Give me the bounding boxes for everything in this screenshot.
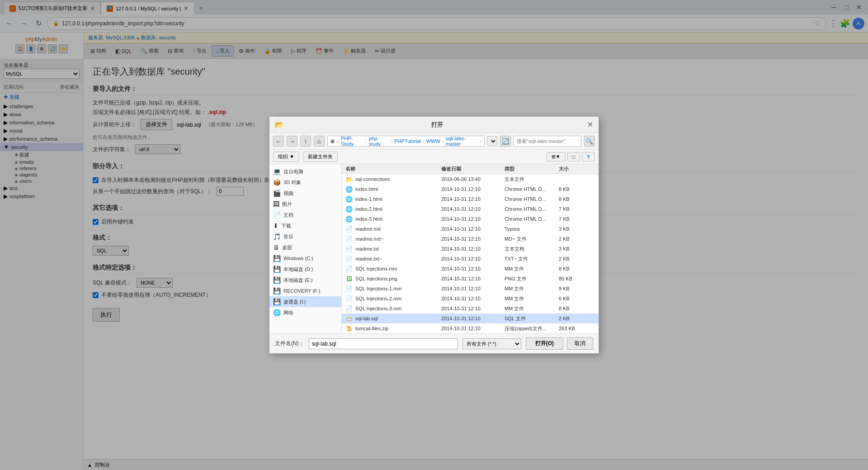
file-list-item[interactable]: 📄 SQL Injections-1.mm 2014-10-31 12:10 M… <box>342 284 599 294</box>
cancel-button[interactable]: 取消 <box>567 337 593 350</box>
path-sep5: › <box>480 138 481 144</box>
left-item-images[interactable]: 🖼 图片 <box>269 199 341 209</box>
col-name[interactable]: 名称 <box>345 166 441 172</box>
file-date: 2014-10-31 12:10 <box>441 306 505 311</box>
file-left-panel: 💻 这台电脑 📦 3D 对象 🎬 视频 🖼 图片 📄 文档 <box>269 164 342 333</box>
path-sep3: › <box>423 138 425 144</box>
file-type: MM 文件 <box>505 295 559 302</box>
path-sqli-labs[interactable]: sqli-labs-master <box>446 136 478 147</box>
img-icon: 🖼 <box>346 275 352 282</box>
file-list-item[interactable]: 📄 readme.txt~ 2014-10-31 12:10 TXT~ 文件 2… <box>342 254 599 264</box>
file-date: 2014-10-31 12:10 <box>441 266 505 271</box>
path-dropdown[interactable] <box>487 136 497 146</box>
path-phptutorial[interactable]: PHPTutorial <box>394 138 421 144</box>
col-date[interactable]: 修改日期 <box>441 166 505 172</box>
left-label-docs: 文档 <box>283 212 293 218</box>
file-size: 7 KB <box>559 216 595 222</box>
left-label-c-drive: Windows (C:) <box>283 256 313 261</box>
file-icon: 🌐 <box>345 185 353 193</box>
images-icon: 🖼 <box>273 200 279 208</box>
nav-up-button[interactable]: ↑ <box>300 136 311 147</box>
path-php-study2[interactable]: php-study <box>369 136 389 147</box>
left-item-video[interactable]: 🎬 视频 <box>269 188 341 199</box>
left-label-e-drive: 本地磁盘 (E:) <box>283 277 313 284</box>
path-www[interactable]: WWW <box>426 138 440 144</box>
file-name: SQL Injections.png <box>355 276 397 281</box>
file-list-item[interactable]: 🖼 SQL Injections.png 2014-10-31 12:10 PN… <box>342 274 599 284</box>
file-list-item[interactable]: 🌐 index-1.html 2014-10-31 12:10 Chrome H… <box>342 194 599 204</box>
file-type: Chrome HTML D... <box>505 216 559 222</box>
nav-recent-button[interactable]: ⌂ <box>314 136 325 147</box>
file-list-item[interactable]: 🗃 sql-lab.sql 2014-10-31 12:10 SQL 文件 2 … <box>342 313 599 323</box>
file-date: 2014-10-31 12:10 <box>441 206 505 212</box>
file-icon: 🌐 <box>345 205 353 213</box>
left-item-computer[interactable]: 💻 这台电脑 <box>269 166 341 177</box>
text-icon: 📄 <box>345 246 353 252</box>
file-icon: 🌐 <box>345 195 353 203</box>
search-button[interactable]: 🔍 <box>584 136 595 147</box>
left-item-docs[interactable]: 📄 文档 <box>269 209 341 220</box>
file-list-item[interactable]: 📄 SQL Injections.mm 2014-10-31 12:10 MM … <box>342 264 599 274</box>
file-name: SQL Injections-3.mm <box>355 306 401 311</box>
file-list-item[interactable]: 📁 sql-connections 2019-06-06 13:40 文本文件 <box>342 174 599 184</box>
file-size: 6 KB <box>559 296 595 301</box>
file-icon: 📄 <box>345 265 353 272</box>
file-name: sql-connections <box>355 176 390 182</box>
file-list-item[interactable]: 📄 readme.txt 2014-10-31 12:10 文本文档 3 KB <box>342 244 599 254</box>
filename-input[interactable] <box>309 338 458 349</box>
left-item-downloads[interactable]: ⬇ 下载 <box>269 220 341 231</box>
search-input[interactable] <box>514 136 581 147</box>
file-size: 3 KB <box>559 246 595 252</box>
organize-button[interactable]: 组织 ▼ <box>273 152 299 162</box>
left-item-network[interactable]: 🌐 网络 <box>269 307 341 318</box>
open-button[interactable]: 打开(O) <box>526 337 563 350</box>
filetype-select[interactable]: 所有文件 (*.*) <box>462 338 521 349</box>
left-item-e-drive[interactable]: 💾 本地磁盘 (E:) <box>269 275 341 285</box>
file-list-item[interactable]: 📄 SQL Injections-2.mm 2014-10-31 12:10 M… <box>342 294 599 304</box>
file-name: index-3.html <box>355 216 382 222</box>
left-item-music[interactable]: 🎵 音乐 <box>269 231 341 242</box>
file-list-item[interactable]: 📄 SQL Injections-3.mm 2014-10-31 12:10 M… <box>342 304 599 313</box>
nav-forward-button[interactable]: → <box>287 136 297 147</box>
file-dialog-toolbar: 组织 ▼ 新建文件夹 ⊞▼ □ ? <box>269 150 599 164</box>
col-size[interactable]: 大小 <box>559 166 595 172</box>
file-list-item[interactable]: 📄 readme.md 2014-10-31 12:10 Typora 3 KB <box>342 224 599 234</box>
mm-icon: 📄 <box>345 305 353 312</box>
left-item-desktop[interactable]: 🖥 桌面 <box>269 242 341 253</box>
nav-back-button[interactable]: ← <box>273 136 284 147</box>
view-button[interactable]: ⊞▼ <box>547 152 566 161</box>
zip-icon: 🗜 <box>346 325 352 332</box>
file-type: 压缩(zipped)文件... <box>505 325 559 332</box>
network-icon: 🌐 <box>273 309 281 316</box>
file-list-item[interactable]: 📄 readme.md~ 2014-10-31 12:10 MD~ 文件 2 K… <box>342 234 599 244</box>
recovery-icon: 💾 <box>273 287 281 294</box>
3d-icon: 📦 <box>273 179 281 186</box>
new-folder-button[interactable]: 新建文件夹 <box>303 152 338 162</box>
left-item-d-drive[interactable]: 💾 本地磁盘 (D:) <box>269 264 341 275</box>
file-icon: 📄 <box>345 285 353 292</box>
path-php-study[interactable]: PHP-Study <box>341 136 363 147</box>
file-list-item[interactable]: 🌐 index-2.html 2014-10-31 12:10 Chrome H… <box>342 204 599 214</box>
file-name-cell: 🗃 sql-lab.sql <box>345 315 441 322</box>
chrome-icon: 🌐 <box>345 206 353 213</box>
left-item-c-drive[interactable]: 💾 Windows (C:) <box>269 253 341 264</box>
desktop-icon: 🖥 <box>273 244 279 251</box>
file-name-cell: 📄 readme.txt <box>345 245 441 252</box>
file-list-item[interactable]: 🌐 index.html 2014-10-31 12:10 Chrome HTM… <box>342 184 599 194</box>
file-dialog-close-button[interactable]: ✕ <box>587 120 593 129</box>
left-item-i-drive[interactable]: 💾 渗透盘 (I:) <box>269 296 341 307</box>
file-type: 文本文档 <box>505 246 559 252</box>
left-item-recovery[interactable]: 💾 RECOVERY (F:) <box>269 285 341 296</box>
file-list-item[interactable]: 🗜 tomcat-files.zip 2014-10-31 12:10 压缩(z… <box>342 323 599 333</box>
file-name-cell: 📄 readme.txt~ <box>345 255 441 262</box>
col-type[interactable]: 类型 <box>505 166 559 172</box>
e-drive-icon: 💾 <box>273 276 281 284</box>
file-list-item[interactable]: 🌐 index-3.html 2014-10-31 12:10 Chrome H… <box>342 214 599 224</box>
video-icon: 🎬 <box>273 190 281 197</box>
left-item-3d[interactable]: 📦 3D 对象 <box>269 177 341 188</box>
preview-button[interactable]: □ <box>567 152 580 161</box>
refresh-button[interactable]: 🔄 <box>500 136 511 147</box>
file-size: 2 KB <box>559 236 595 242</box>
filename-label: 文件名(N)： <box>275 340 304 347</box>
help-button[interactable]: ? <box>582 152 595 161</box>
